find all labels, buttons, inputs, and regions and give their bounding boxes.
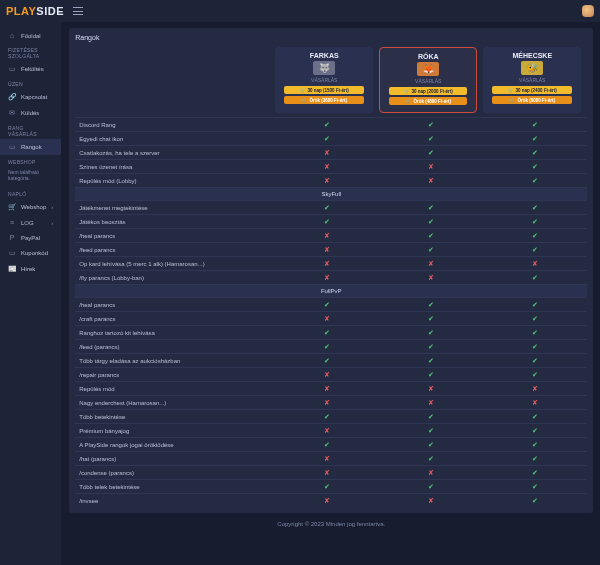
nav-header: FIZETÉSES SZOLGÁLTA <box>0 43 61 61</box>
sidebar: ⌂Főoldal FIZETÉSES SZOLGÁLTA ▭Feltöltés … <box>0 22 61 565</box>
check-icon: ✔ <box>275 329 379 337</box>
nav-header: RANG VÁSÁRLÁS <box>0 121 61 139</box>
buy-forever-button[interactable]: 🛒Örök (4800 Ft-ért) <box>389 97 467 105</box>
plan-name: FARKAS <box>279 52 369 59</box>
cart-icon: 🛒 <box>509 98 515 103</box>
check-icon: ✔ <box>379 121 483 129</box>
check-icon: ✔ <box>379 232 483 240</box>
nav-send[interactable]: ✉Küldés <box>0 105 61 121</box>
cross-icon: ✘ <box>275 246 379 254</box>
plan-card: MÉHECSKE🐝VÁSÁRLÁS🛒30 nap (2400 Ft-ért)🛒Ö… <box>483 47 581 113</box>
check-icon: ✔ <box>379 413 483 421</box>
check-icon: ✔ <box>483 315 587 323</box>
home-icon: ⌂ <box>8 32 16 39</box>
table-section: FullPvP <box>75 284 587 297</box>
buy-forever-button[interactable]: 🛒Örök (3600 Ft-ért) <box>284 96 364 104</box>
cross-icon: ✘ <box>379 274 483 282</box>
nav-log[interactable]: ≡LOG› <box>0 215 61 230</box>
table-row: /hat (parancs)✘✔✔ <box>75 451 587 465</box>
menu-toggle-icon[interactable] <box>73 7 83 15</box>
feature-label: /heal parancs <box>75 299 275 311</box>
logo[interactable]: PLAYSIDE <box>6 5 64 17</box>
table-row: Játékmenet megtekintése✔✔✔ <box>75 200 587 214</box>
table-row: /fly parancs (Lobby-ban)✘✘✔ <box>75 270 587 284</box>
cross-icon: ✘ <box>379 163 483 171</box>
plan-badge-icon: 🐝 <box>521 61 543 75</box>
cross-icon: ✘ <box>275 385 379 393</box>
feature-label: Op kard lehívása (5 merc 1 alk) (Hamaros… <box>75 258 275 270</box>
table-row: /repair parancs✘✔✔ <box>75 367 587 381</box>
check-icon: ✔ <box>275 343 379 351</box>
check-icon: ✔ <box>483 149 587 157</box>
check-icon: ✔ <box>379 357 483 365</box>
nav-header: NAPLÓ <box>0 187 61 199</box>
feature-label: A PlaySide rangok jogai öröklődése <box>75 439 275 451</box>
feature-label: Egyedi chat ikon <box>75 133 275 145</box>
check-icon: ✔ <box>379 135 483 143</box>
check-icon: ✔ <box>483 135 587 143</box>
cart-icon: 🛒 <box>508 88 514 93</box>
check-icon: ✔ <box>275 441 379 449</box>
cart-icon: 🛒 <box>301 98 307 103</box>
feature-table: Discord Rang✔✔✔Egyedi chat ikon✔✔✔Csatla… <box>75 117 587 507</box>
check-icon: ✔ <box>483 177 587 185</box>
nav-contact[interactable]: 🔗Kapcsolat <box>0 89 61 105</box>
cross-icon: ✘ <box>275 274 379 282</box>
footer: Copyright © 2023 Minden jog fenntartva. <box>69 513 593 531</box>
page-title: Rangok <box>75 34 587 41</box>
check-icon: ✔ <box>483 497 587 505</box>
cross-icon: ✘ <box>275 427 379 435</box>
check-icon: ✔ <box>483 232 587 240</box>
cross-icon: ✘ <box>483 385 587 393</box>
feature-label: Színes üzenet írása <box>75 161 275 173</box>
feature-label: Repülés mód (Lobby) <box>75 175 275 187</box>
nav-topup[interactable]: ▭Feltöltés <box>0 61 61 77</box>
cart-icon: 🛒 <box>8 203 16 211</box>
buy-30-button[interactable]: 🛒30 nap (2400 Ft-ért) <box>492 86 572 94</box>
plan-sub: VÁSÁRLÁS <box>279 77 369 83</box>
check-icon: ✔ <box>379 343 483 351</box>
nav-header: WEBSHOP <box>0 155 61 167</box>
cross-icon: ✘ <box>483 399 587 407</box>
check-icon: ✔ <box>379 371 483 379</box>
feature-label: /feed parancs <box>75 244 275 256</box>
cross-icon: ✘ <box>275 399 379 407</box>
buy-forever-button[interactable]: 🛒Örök (6000 Ft-ért) <box>492 96 572 104</box>
plan-card: FARKAS🐺VÁSÁRLÁS🛒30 nap (1500 Ft-ért)🛒Örö… <box>275 47 373 113</box>
table-row: Ranghoz tartozó kit lehívása✔✔✔ <box>75 325 587 339</box>
feature-label: /craft parancs <box>75 313 275 325</box>
nav-webshop[interactable]: 🛒Webshop› <box>0 199 61 215</box>
feature-label: /feed (parancs) <box>75 341 275 353</box>
feature-label: Játékmenet megtekintése <box>75 202 275 214</box>
paypal-icon: P <box>8 234 16 241</box>
check-icon: ✔ <box>379 149 483 157</box>
link-icon: 🔗 <box>8 93 16 101</box>
feature-label: Több tárgy eladása az aukciósházban <box>75 355 275 367</box>
table-row: Discord Rang✔✔✔ <box>75 117 587 131</box>
check-icon: ✔ <box>275 135 379 143</box>
check-icon: ✔ <box>483 455 587 463</box>
nav-news[interactable]: 📰Hírek <box>0 261 61 277</box>
nav-home[interactable]: ⌂Főoldal <box>0 28 61 43</box>
cross-icon: ✘ <box>275 469 379 477</box>
feature-label: Több betekintése <box>75 411 275 423</box>
check-icon: ✔ <box>275 301 379 309</box>
buy-30-button[interactable]: 🛒30 nap (2000 Ft-ért) <box>389 87 467 95</box>
cross-icon: ✘ <box>275 177 379 185</box>
avatar[interactable] <box>582 5 594 17</box>
nav-coupon[interactable]: ▭Kuponkód <box>0 245 61 261</box>
nav-ranks[interactable]: ▭Rangok <box>0 139 61 155</box>
check-icon: ✔ <box>483 274 587 282</box>
plan-card: RÓKA🦊VÁSÁRLÁS🛒30 nap (2000 Ft-ért)🛒Örök … <box>379 47 477 113</box>
check-icon: ✔ <box>275 413 379 421</box>
buy-30-button[interactable]: 🛒30 nap (1500 Ft-ért) <box>284 86 364 94</box>
nav-paypal[interactable]: PPayPal <box>0 230 61 245</box>
feature-label: Több telek betekintése <box>75 481 275 493</box>
check-icon: ✔ <box>483 163 587 171</box>
cross-icon: ✘ <box>275 232 379 240</box>
plan-cards: FARKAS🐺VÁSÁRLÁS🛒30 nap (1500 Ft-ért)🛒Örö… <box>75 47 587 113</box>
plan-badge-icon: 🐺 <box>313 61 335 75</box>
check-icon: ✔ <box>483 427 587 435</box>
check-icon: ✔ <box>275 204 379 212</box>
feature-label: /condense (parancs) <box>75 467 275 479</box>
